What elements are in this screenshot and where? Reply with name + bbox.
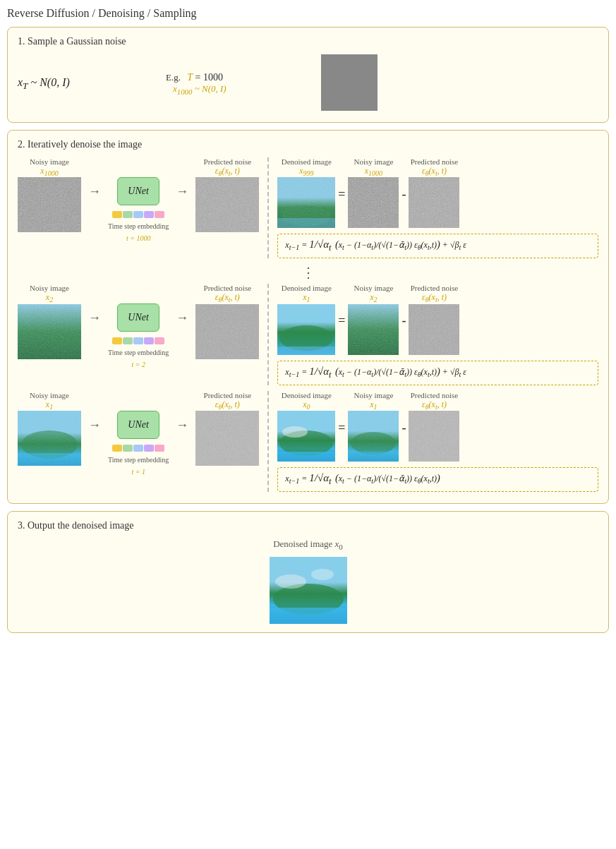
row1-predicted2-img (409, 177, 459, 228)
svg-rect-12 (409, 177, 459, 228)
row3-predicted2-img (409, 411, 459, 462)
row1-arrow1: → (88, 184, 101, 199)
row3-left: Noisy image x1 (18, 391, 259, 476)
row2-right: Denoised image x1 (277, 284, 598, 385)
row1-unet: UNet Time step embedding t = 1000 (108, 177, 169, 242)
row3-noisy2-col: Noisy image x1 (348, 391, 399, 462)
dots-divider: ⋮ (18, 264, 598, 281)
row3-noisy2-img (348, 411, 399, 462)
row2-denoised-img (277, 304, 335, 355)
row2-noisy2-col: Noisy image x2 (348, 284, 399, 354)
row3-minus: - (401, 421, 406, 435)
svg-rect-8 (277, 177, 335, 228)
row1-predicted2-col: Predicted noise εθ(xt, t) (409, 157, 459, 228)
row2-predicted2-img (409, 304, 459, 355)
row3-equals: = (338, 421, 345, 435)
row1-arrow2: → (176, 184, 188, 199)
svg-point-44 (311, 569, 334, 580)
row2-equals: = (338, 313, 345, 328)
section-2-title: 2. Iteratively denoise the image (18, 139, 598, 150)
sec3-final-img (270, 557, 347, 624)
svg-point-33 (282, 426, 308, 438)
row1-noisy2-col: Noisy image x1000 (348, 157, 399, 228)
row2-arrow1: → (88, 311, 101, 325)
denoising-row-2: Noisy image x2 (18, 284, 598, 385)
row2-denoised-col: Denoised image x1 (277, 284, 335, 354)
section-3: 3. Output the denoised image Denoised im… (7, 511, 609, 633)
row3-arrow2: → (176, 418, 188, 433)
svg-rect-37 (348, 411, 399, 462)
svg-rect-16 (195, 304, 259, 359)
row2-noisy2-img (348, 304, 399, 355)
row1-predicted-col: Predicted noise εθ(xt, t) (195, 157, 259, 232)
dashed-divider-1 (267, 157, 269, 258)
row2-predicted-col: Predicted noise εθ(xt, t) (195, 284, 259, 359)
row3-noisy-col: Noisy image x1 (18, 391, 81, 466)
svg-rect-14 (18, 304, 81, 359)
row1-left: Noisy image x1000 → UNet (18, 157, 259, 242)
svg-rect-4 (195, 177, 259, 232)
dashed-divider-3 (267, 391, 269, 492)
row3-formula: xt−1 = 1/√αt (xt − (1−αt)/(√(1−ᾱt)) εθ(x… (277, 467, 598, 492)
section-2: 2. Iteratively denoise the image Noisy i… (7, 130, 609, 504)
row2-arrow2: → (176, 311, 188, 325)
section-1-title: 1. Sample a Gaussian noise (18, 36, 598, 47)
page-title: Reverse Diffusion / Denoising / Sampling (7, 7, 609, 20)
row3-noisy-img (18, 411, 81, 466)
row1-noisy2-img (348, 177, 399, 228)
row3-arrow1: → (88, 418, 101, 433)
svg-rect-21 (348, 304, 399, 355)
row2-formula: xt−1 = 1/√αt (xt − (1−αt)/(√(1−ᾱt)) εθ(x… (277, 361, 598, 385)
svg-rect-32 (277, 452, 335, 462)
sec1-noise-image (321, 54, 378, 114)
sec1-formula: xT ~ N(0, I) (18, 76, 131, 92)
svg-rect-2 (18, 177, 81, 232)
dashed-divider-2 (267, 284, 269, 385)
row1-denoised-col: Denoised image x999 (277, 157, 335, 228)
row1-minus: - (401, 187, 406, 202)
row1-predicted-img (195, 177, 259, 232)
svg-rect-29 (195, 411, 259, 466)
row2-predicted2-col: Predicted noise εθ(xt, t) (409, 284, 459, 354)
row3-predicted-col: Predicted noise εθ(xt, t) (195, 391, 259, 466)
row3-denoised-img (277, 411, 335, 462)
svg-rect-39 (409, 411, 459, 462)
sec3-label: Denoised image x0 (273, 538, 343, 551)
row1-equals: = (338, 187, 345, 202)
row2-left: Noisy image x2 (18, 284, 259, 368)
row2-noisy-img (18, 304, 81, 359)
row3-right: Denoised image x0 (277, 391, 598, 492)
row1-noisy-img-col: Noisy image x1000 (18, 157, 81, 232)
row1-formula: xt−1 = 1/√αt (xt − (1−αt)/(√(1−ᾱt)) εθ(x… (277, 234, 598, 258)
row1-noisy-img (18, 177, 81, 232)
svg-rect-10 (348, 177, 399, 228)
svg-rect-23 (409, 304, 459, 355)
row2-unet: UNet Time step embedding t = 2 (108, 303, 169, 368)
section-3-title: 3. Output the denoised image (18, 520, 598, 531)
section-1: 1. Sample a Gaussian noise xT ~ N(0, I) … (7, 27, 609, 123)
row3-predicted-img (195, 411, 259, 466)
svg-point-43 (275, 574, 306, 589)
svg-rect-19 (277, 347, 335, 355)
row2-minus: - (401, 313, 406, 328)
row1-right: Denoised image x999 (277, 157, 598, 258)
row2-noisy-col: Noisy image x2 (18, 284, 81, 359)
sec1-example: E.g. T = 1000 x1000 ~ N(0, I) (166, 72, 307, 96)
svg-rect-42 (270, 608, 347, 624)
denoising-row-1: Noisy image x1000 → UNet (18, 157, 598, 258)
row1-denoised-img (277, 177, 335, 228)
row2-predicted-img (195, 304, 259, 359)
row3-unet: UNet Time step embedding t = 1 (108, 411, 169, 476)
svg-rect-27 (18, 411, 81, 466)
row3-denoised-col: Denoised image x0 (277, 391, 335, 462)
svg-rect-0 (321, 54, 378, 111)
denoising-row-3: Noisy image x1 (18, 391, 598, 492)
row3-predicted2-col: Predicted noise εθ(xt, t) (409, 391, 459, 462)
